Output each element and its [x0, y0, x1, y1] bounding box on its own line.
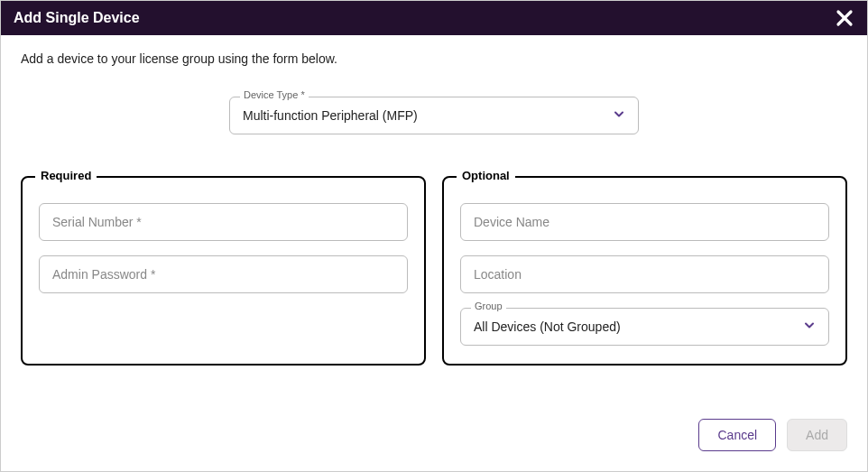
group-value: All Devices (Not Grouped) — [474, 319, 621, 334]
dialog-content: Add a device to your license group using… — [1, 35, 867, 403]
optional-legend: Optional — [457, 169, 515, 182]
group-select[interactable]: All Devices (Not Grouped) — [460, 308, 829, 346]
chevron-down-icon — [613, 108, 625, 124]
required-legend: Required — [35, 169, 97, 182]
required-fieldset: Required — [21, 176, 426, 366]
chevron-down-icon — [803, 319, 816, 335]
cancel-button-label: Cancel — [717, 428, 757, 442]
close-icon[interactable] — [835, 8, 854, 28]
device-name-input[interactable] — [460, 203, 829, 241]
admin-password-input[interactable] — [39, 255, 408, 293]
device-type-row: Device Type * Multi-function Peripheral … — [21, 97, 847, 134]
dialog-footer: Cancel Add — [1, 403, 867, 471]
location-input[interactable] — [460, 255, 829, 293]
add-button: Add — [787, 419, 847, 451]
dialog-description: Add a device to your license group using… — [21, 51, 847, 66]
group-label: Group — [471, 301, 506, 311]
cancel-button[interactable]: Cancel — [698, 419, 776, 451]
form-columns: Required Optional Group All Devices (Not… — [21, 176, 847, 366]
serial-number-input[interactable] — [39, 203, 408, 241]
device-type-value: Multi-function Peripheral (MFP) — [243, 108, 418, 123]
device-type-label: Device Type * — [240, 89, 309, 100]
device-type-field: Device Type * Multi-function Peripheral … — [229, 97, 639, 134]
dialog-title: Add Single Device — [14, 10, 140, 26]
dialog-header: Add Single Device — [1, 1, 867, 35]
device-type-select[interactable]: Multi-function Peripheral (MFP) — [229, 97, 639, 134]
group-field: Group All Devices (Not Grouped) — [460, 308, 829, 346]
add-button-label: Add — [806, 428, 828, 442]
optional-fieldset: Optional Group All Devices (Not Grouped) — [442, 176, 847, 366]
